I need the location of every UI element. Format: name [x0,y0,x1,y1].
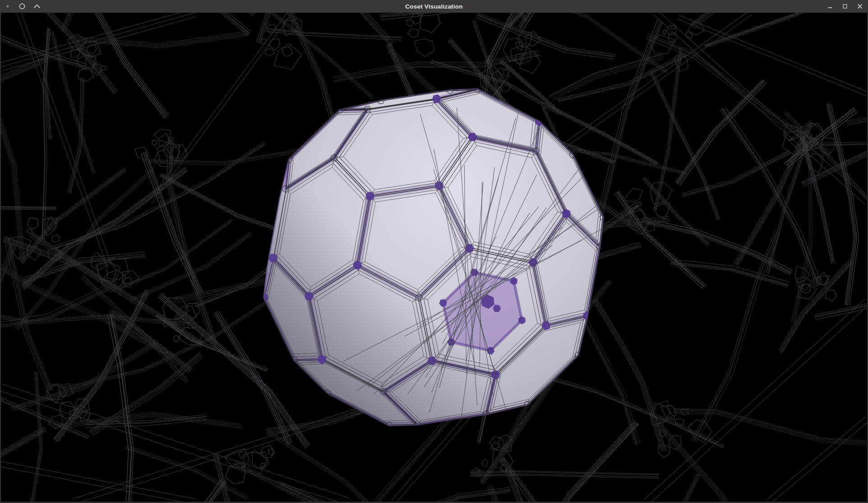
coset-scene-canvas[interactable] [1,13,867,502]
close-button[interactable] [854,0,866,13]
titlebar[interactable]: Coset Visualization [0,0,868,13]
maximize-button[interactable] [839,0,851,13]
minimize-button[interactable] [824,0,836,13]
3d-viewport[interactable] [0,13,868,503]
app-window: Coset Visualization [0,0,868,503]
window-title: Coset Visualization [0,0,868,13]
